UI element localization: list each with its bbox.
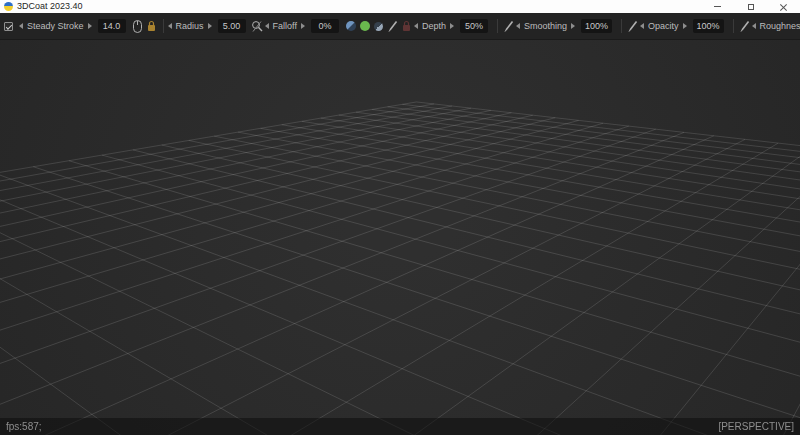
steady-stroke-value[interactable]: 14.0 (98, 19, 126, 33)
steady-stroke-increase-arrow[interactable] (88, 23, 92, 29)
smoothing-increase-arrow[interactable] (571, 23, 575, 29)
minimize-icon (714, 6, 721, 7)
toolbar-separator (163, 19, 164, 33)
depth-label[interactable]: Depth (421, 21, 447, 31)
statusbar: fps:587; [PERSPECTIVE] (0, 418, 800, 435)
depth-control: Depth 50% (414, 19, 488, 33)
brush-options-toolbar: Steady Stroke 14.0 Radius 5.00 Falloff 0… (0, 13, 800, 40)
radius-decrease-arrow[interactable] (168, 23, 172, 29)
radius-label[interactable]: Radius (175, 21, 205, 31)
steady-stroke-control: Steady Stroke 14.0 (4, 19, 126, 33)
roughness-control: Roughness 0% (752, 19, 800, 33)
window-controls (701, 0, 800, 13)
smoothing-value[interactable]: 100% (581, 19, 612, 33)
roughness-decrease-arrow[interactable] (752, 23, 756, 29)
viewport-canvas[interactable] (0, 40, 800, 435)
smoothing-decrease-arrow[interactable] (516, 23, 520, 29)
opacity-value[interactable]: 100% (693, 19, 724, 33)
opacity-decrease-arrow[interactable] (640, 23, 644, 29)
titlebar: 3DCoat 2023.40 (0, 0, 800, 13)
roughness-label[interactable]: Roughness (759, 21, 800, 31)
opacity-label[interactable]: Opacity (647, 21, 680, 31)
steady-stroke-decrease-arrow[interactable] (19, 23, 23, 29)
lock-icon[interactable] (145, 18, 159, 34)
fps-counter: fps:587; (6, 421, 42, 432)
falloff-circle-green-icon[interactable] (358, 18, 372, 34)
pen-icon[interactable] (738, 18, 752, 34)
steady-stroke-label[interactable]: Steady Stroke (26, 21, 85, 31)
app-logo-icon (4, 2, 13, 11)
falloff-increase-arrow[interactable] (301, 23, 305, 29)
toolbar-separator (621, 19, 622, 33)
falloff-value[interactable]: 0% (311, 19, 339, 33)
smoothing-label[interactable]: Smoothing (523, 21, 568, 31)
toolbar-separator (497, 19, 498, 33)
radius-control: Radius 5.00 (168, 19, 246, 33)
minimize-button[interactable] (701, 0, 734, 13)
radius-increase-arrow[interactable] (208, 23, 212, 29)
window-title: 3DCoat 2023.40 (17, 0, 83, 13)
depth-decrease-arrow[interactable] (414, 23, 418, 29)
toolbar-separator (733, 19, 734, 33)
falloff-control: Falloff 0% (265, 19, 339, 33)
falloff-decrease-arrow[interactable] (265, 23, 269, 29)
pen-icon[interactable] (386, 18, 400, 34)
pen-lock-icon[interactable] (400, 18, 414, 34)
falloff-label[interactable]: Falloff (272, 21, 298, 31)
opacity-increase-arrow[interactable] (683, 23, 687, 29)
pen-icon[interactable] (502, 18, 516, 34)
pen-icon[interactable] (626, 18, 640, 34)
falloff-sphere-half-icon[interactable] (372, 18, 386, 34)
opacity-control: Opacity 100% (640, 19, 724, 33)
view-mode-label: [PERSPECTIVE] (718, 421, 794, 432)
maximize-icon (748, 4, 754, 10)
radius-value[interactable]: 5.00 (218, 19, 246, 33)
mouse-icon[interactable] (131, 18, 145, 34)
depth-increase-arrow[interactable] (450, 23, 454, 29)
close-icon (780, 3, 787, 10)
steady-stroke-checkbox[interactable] (4, 22, 13, 31)
depth-value[interactable]: 50% (460, 19, 488, 33)
zoom-slash-icon[interactable] (251, 18, 265, 34)
smoothing-control: Smoothing 100% (516, 19, 612, 33)
falloff-sphere-blue-icon[interactable] (344, 18, 358, 34)
maximize-button[interactable] (734, 0, 767, 13)
viewport-3d[interactable]: fps:587; [PERSPECTIVE] (0, 40, 800, 435)
close-button[interactable] (767, 0, 800, 13)
